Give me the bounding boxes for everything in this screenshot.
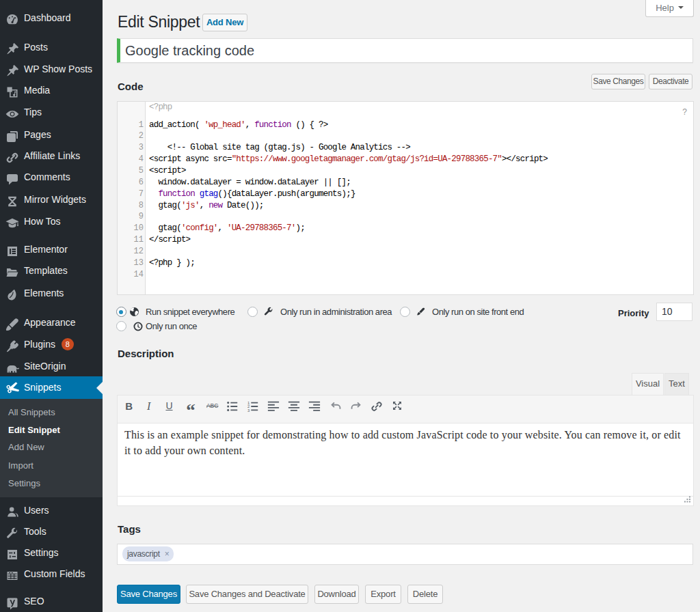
svg-text:3: 3 (247, 408, 249, 413)
